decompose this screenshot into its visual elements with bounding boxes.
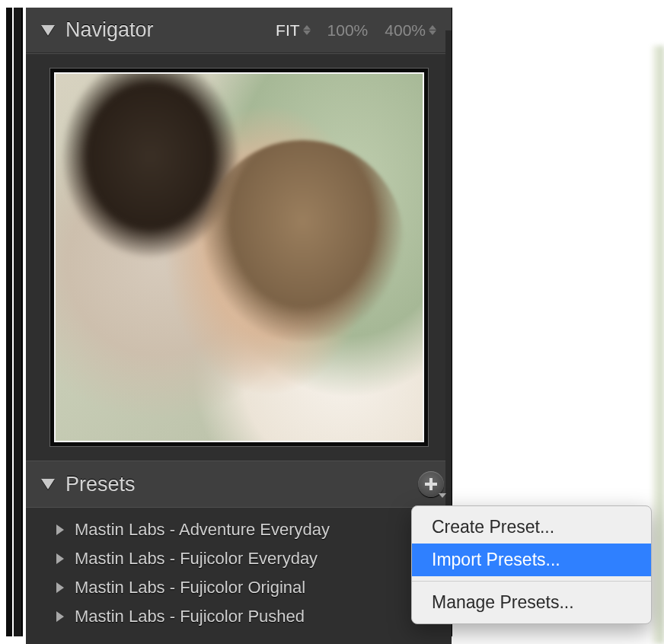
preset-folder-label: Mastin Labs - Fujicolor Original [75,578,305,598]
collapse-icon[interactable] [41,479,55,489]
menu-create-preset[interactable]: Create Preset... [412,511,651,544]
preset-folder[interactable]: Mastin Labs - Fujicolor Original [26,573,452,602]
navigator-thumbnail[interactable] [54,72,424,442]
add-preset-button[interactable] [418,471,444,497]
preset-folder-label: Mastin Labs - Fujicolor Pushed [75,607,305,626]
expand-icon[interactable] [56,582,64,593]
stepper-icon[interactable] [303,25,311,35]
preset-folder-label: Mastin Labs - Adventure Everyday [75,520,330,540]
zoom-400[interactable]: 400% [385,21,436,40]
preset-folder[interactable]: Mastin Labs - Fujicolor Everyday [26,544,452,573]
left-panel: Navigator FIT 100% 400% [26,8,452,636]
preset-folder[interactable]: Mastin Labs - Fujicolor Pushed [26,602,452,631]
presets-title: Presets [65,473,418,496]
zoom-400-label: 400% [385,21,426,40]
window-edge [6,8,12,636]
preset-folder[interactable]: Mastin Labs - Adventure Everyday [26,515,452,544]
zoom-fit-label: FIT [276,21,300,40]
navigator-header[interactable]: Navigator FIT 100% 400% [26,8,452,53]
menu-import-presets[interactable]: Import Presets... [412,544,651,576]
app-frame: Navigator FIT 100% 400% [0,0,664,644]
navigator-title: Navigator [65,18,276,42]
zoom-fit[interactable]: FIT [276,21,311,40]
main-photo-sliver [652,46,664,644]
expand-icon[interactable] [56,611,64,622]
presets-header[interactable]: Presets [26,461,452,507]
menu-manage-presets[interactable]: Manage Presets... [412,586,651,619]
presets-list: Mastin Labs - Adventure Everyday Mastin … [26,507,452,644]
expand-icon[interactable] [56,553,64,564]
stepper-icon[interactable] [429,25,436,35]
panel-rail[interactable] [14,8,23,636]
zoom-100[interactable]: 100% [327,21,369,40]
menu-separator [412,581,651,582]
collapse-icon[interactable] [41,25,55,36]
navigator-body [26,53,452,461]
preset-folder-label: Mastin Labs - Fujicolor Everyday [75,549,318,569]
expand-icon[interactable] [56,524,64,535]
zoom-controls: FIT 100% 400% [276,21,436,40]
navigator-thumbnail-frame[interactable] [49,68,429,447]
zoom-100-label: 100% [327,21,369,40]
dropdown-indicator-icon [439,493,446,498]
presets-context-menu: Create Preset... Import Presets... Manag… [411,505,652,624]
